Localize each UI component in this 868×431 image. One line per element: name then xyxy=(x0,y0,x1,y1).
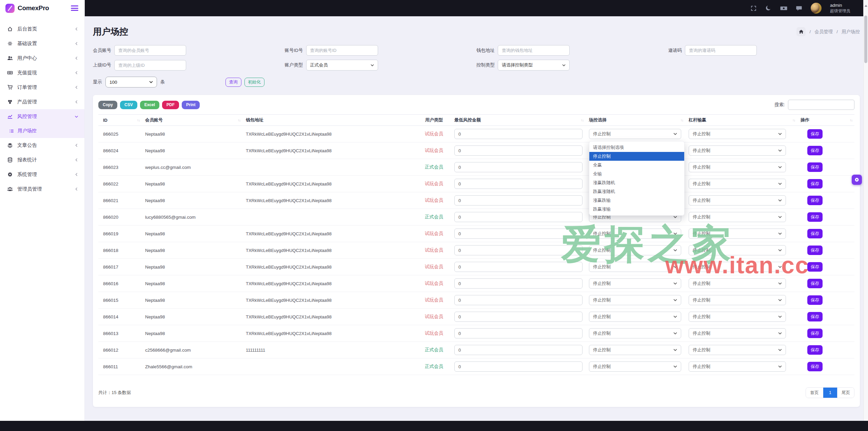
dropdown-option[interactable]: 请选择控制选项 xyxy=(589,143,684,152)
min-risk-amount-input[interactable] xyxy=(454,229,583,239)
save-button[interactable]: 保存 xyxy=(807,146,823,155)
account-type-select[interactable]: 正式会员 xyxy=(306,60,378,71)
min-risk-amount-input[interactable] xyxy=(454,245,583,255)
scene-control-select[interactable]: 停止控制 xyxy=(589,245,681,255)
min-risk-amount-input[interactable] xyxy=(454,328,583,338)
admin-info[interactable]: admin 超级管理员 xyxy=(830,3,850,14)
sort-icon[interactable] xyxy=(850,118,852,122)
min-risk-amount-input[interactable] xyxy=(454,278,583,289)
lever-select[interactable]: 停止控制 xyxy=(689,129,786,139)
min-risk-amount-input[interactable] xyxy=(454,129,583,139)
settings-gear-button[interactable] xyxy=(852,175,862,185)
dropdown-option[interactable]: 跌赢涨输 xyxy=(589,205,684,214)
lever-select[interactable]: 停止控制 xyxy=(689,229,786,239)
lever-select[interactable]: 停止控制 xyxy=(689,361,786,372)
account-id-input[interactable] xyxy=(306,45,378,56)
cash-icon[interactable] xyxy=(780,5,787,12)
sidebar-item-reports[interactable]: 报表统计 xyxy=(0,153,84,167)
lever-select[interactable]: 停止控制 xyxy=(689,195,786,205)
parent-id-input[interactable] xyxy=(114,60,186,71)
scrollbar-up-arrow[interactable] xyxy=(865,5,867,7)
sort-icon[interactable] xyxy=(680,118,683,122)
table-search-input[interactable] xyxy=(788,100,854,110)
save-button[interactable]: 保存 xyxy=(807,162,823,172)
fullscreen-icon[interactable] xyxy=(750,5,757,12)
dropdown-option[interactable]: 跌赢涨随机 xyxy=(589,187,684,196)
save-button[interactable]: 保存 xyxy=(807,262,823,272)
save-button[interactable]: 保存 xyxy=(807,179,823,189)
avatar[interactable] xyxy=(811,3,822,14)
scene-control-select[interactable]: 停止控制 xyxy=(589,328,681,338)
scene-control-select[interactable]: 停止控制 xyxy=(589,278,681,289)
lever-select[interactable]: 停止控制 xyxy=(689,145,786,156)
scene-control-select[interactable]: 停止控制 xyxy=(589,312,681,322)
wallet-address-input[interactable] xyxy=(498,45,570,56)
min-risk-amount-input[interactable] xyxy=(454,361,583,372)
breadcrumb-home-icon[interactable] xyxy=(796,27,806,36)
save-button[interactable]: 保存 xyxy=(807,295,823,305)
lever-select[interactable]: 停止控制 xyxy=(689,262,786,272)
min-risk-amount-input[interactable] xyxy=(454,295,583,305)
sort-icon[interactable] xyxy=(792,118,795,122)
csv-button[interactable]: CSV xyxy=(120,101,137,109)
control-type-select[interactable]: 请选择控制类型 xyxy=(498,60,570,71)
min-risk-amount-input[interactable] xyxy=(454,162,583,172)
save-button[interactable]: 保存 xyxy=(807,212,823,222)
sidebar-item-system[interactable]: 系统管理 xyxy=(0,167,84,182)
dropdown-option[interactable]: 全赢 xyxy=(589,161,684,170)
dropdown-option[interactable]: 全输 xyxy=(589,170,684,178)
min-risk-amount-input[interactable] xyxy=(454,179,583,189)
save-button[interactable]: 保存 xyxy=(807,229,823,238)
excel-button[interactable]: Excel xyxy=(140,101,159,109)
member-account-input[interactable] xyxy=(114,45,186,56)
invite-code-input[interactable] xyxy=(685,45,757,56)
min-risk-amount-input[interactable] xyxy=(454,195,583,205)
sidebar-item-user-scene-control[interactable]: 用户场控 xyxy=(0,124,84,138)
lever-select[interactable]: 停止控制 xyxy=(689,212,786,222)
min-risk-amount-input[interactable] xyxy=(454,262,583,272)
lever-select[interactable]: 停止控制 xyxy=(689,179,786,189)
min-risk-amount-input[interactable] xyxy=(454,312,583,322)
copy-button[interactable]: Copy xyxy=(98,101,117,109)
query-button[interactable]: 查询 xyxy=(225,78,241,87)
pagination-first[interactable]: 首页 xyxy=(806,388,823,398)
min-risk-amount-input[interactable] xyxy=(454,345,583,355)
sidebar-item-products[interactable]: 产品管理 xyxy=(0,95,84,109)
lever-select[interactable]: 停止控制 xyxy=(689,345,786,355)
pagination-current[interactable]: 1 xyxy=(823,388,837,398)
sort-icon[interactable] xyxy=(238,118,240,122)
breadcrumb-item[interactable]: 会员管理 xyxy=(814,29,833,35)
scene-control-select[interactable]: 停止控制 xyxy=(589,262,681,272)
scene-control-select[interactable]: 停止控制 xyxy=(589,361,681,372)
scene-control-select[interactable]: 停止控制 xyxy=(589,129,681,139)
sort-icon[interactable] xyxy=(581,118,584,122)
sidebar-item-admins[interactable]: 管理员管理 xyxy=(0,182,84,196)
sidebar-toggle-icon[interactable] xyxy=(71,5,78,11)
page-size-select[interactable]: 100 xyxy=(105,77,157,87)
save-button[interactable]: 保存 xyxy=(807,312,823,321)
dropdown-option[interactable]: 涨赢跌随机 xyxy=(589,178,684,187)
sidebar-item-user-center[interactable]: 用户中心 xyxy=(0,51,84,65)
sidebar-item-dashboard[interactable]: 后台首页 xyxy=(0,22,84,36)
lever-select[interactable]: 停止控制 xyxy=(689,312,786,322)
page-scrollbar[interactable] xyxy=(863,0,868,421)
sidebar-item-orders[interactable]: 订单管理 xyxy=(0,80,84,95)
lever-select[interactable]: 停止控制 xyxy=(689,278,786,289)
save-button[interactable]: 保存 xyxy=(807,279,823,288)
moon-icon[interactable] xyxy=(765,5,772,12)
save-button[interactable]: 保存 xyxy=(807,246,823,255)
save-button[interactable]: 保存 xyxy=(807,362,823,371)
lever-select[interactable]: 停止控制 xyxy=(689,245,786,255)
scene-control-select[interactable]: 停止控制 xyxy=(589,229,681,239)
sort-icon[interactable] xyxy=(137,118,140,122)
lever-select[interactable]: 停止控制 xyxy=(689,295,786,305)
pdf-button[interactable]: PDF xyxy=(162,101,179,109)
chat-icon[interactable] xyxy=(796,5,802,12)
save-button[interactable]: 保存 xyxy=(807,129,823,139)
dropdown-option[interactable]: 涨赢跌输 xyxy=(589,196,684,205)
sidebar-item-recharge-withdraw[interactable]: 充值提现 xyxy=(0,65,84,80)
scene-control-select[interactable]: 停止控制 xyxy=(589,295,681,305)
lever-select[interactable]: 停止控制 xyxy=(689,328,786,338)
lever-select[interactable]: 停止控制 xyxy=(689,162,786,172)
scrollbar-thumb[interactable] xyxy=(864,16,867,63)
